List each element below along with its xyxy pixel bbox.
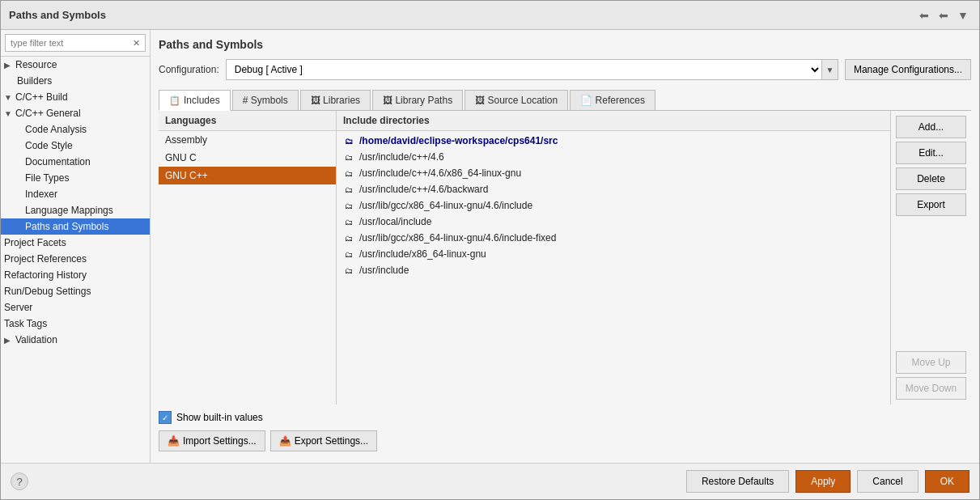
include-path: /usr/include/x86_64-linux-gnu — [359, 248, 486, 260]
move-up-button[interactable]: Move Up — [896, 351, 966, 374]
include-item-8[interactable]: 🗂 /usr/include — [337, 262, 890, 278]
ok-button[interactable]: OK — [925, 470, 969, 493]
config-dropdown[interactable]: Debug [ Active ] — [227, 61, 821, 78]
include-item-2[interactable]: 🗂 /usr/include/c++/4.6/x86_64-linux-gnu — [337, 165, 890, 181]
include-item-4[interactable]: 🗂 /usr/lib/gcc/x86_64-linux-gnu/4.6/incl… — [337, 197, 890, 214]
footer-buttons: Restore Defaults Apply Cancel OK — [686, 470, 969, 493]
export-label: Export Settings... — [295, 435, 368, 447]
sidebar-label: Validation — [15, 334, 57, 345]
add-button[interactable]: Add... — [896, 116, 966, 138]
action-buttons-panel: Add... Edit... Delete Export Move Up Mov… — [890, 111, 971, 405]
sidebar-item-file-types[interactable]: File Types — [1, 170, 150, 186]
dialog-title: Paths and Symbols — [9, 9, 106, 21]
tab-libraries[interactable]: 🖼 Libraries — [300, 90, 371, 110]
cancel-button[interactable]: Cancel — [857, 470, 918, 493]
include-path: /usr/lib/gcc/x86_64-linux-gnu/4.6/includ… — [359, 200, 532, 211]
sidebar-item-paths-symbols[interactable]: Paths and Symbols — [1, 218, 150, 235]
languages-panel: Languages Assembly GNU C GNU C++ — [159, 111, 337, 405]
sidebar-item-code-analysis[interactable]: Code Analysis — [1, 121, 150, 138]
sidebar-label: Code Analysis — [25, 124, 87, 135]
include-path: /home/david/eclipse-workspace/cps641/src — [359, 135, 558, 146]
export-icon: 📤 — [279, 435, 291, 447]
include-path: /usr/include/c++/4.6/backward — [359, 184, 488, 195]
sidebar-item-validation[interactable]: ▶ Validation — [1, 332, 150, 348]
sidebar-label: Code Style — [25, 140, 73, 151]
sidebar-item-code-style[interactable]: Code Style — [1, 138, 150, 154]
folder-icon: 🗂 — [343, 248, 354, 260]
main-content: Paths and Symbols Configuration: Debug [… — [151, 30, 979, 463]
tab-library-paths[interactable]: 🖼 Library Paths — [372, 90, 463, 110]
back-icon[interactable]: ⬅ — [916, 7, 932, 23]
sidebar-item-cpp-general[interactable]: ▼ C/C++ General — [1, 105, 150, 121]
show-builtin-checkbox[interactable]: ✓ — [159, 411, 172, 424]
edit-button[interactable]: Edit... — [896, 142, 966, 164]
delete-button[interactable]: Delete — [896, 167, 966, 190]
page-title: Paths and Symbols — [159, 38, 971, 51]
sidebar-item-cpp-build[interactable]: ▼ C/C++ Build — [1, 89, 150, 105]
sidebar-item-server[interactable]: Server — [1, 299, 150, 316]
sidebar-item-task-tags[interactable]: Task Tags — [1, 316, 150, 332]
lang-item-gnu-cpp[interactable]: GNU C++ — [159, 167, 336, 184]
restore-defaults-button[interactable]: Restore Defaults — [686, 470, 789, 493]
sidebar-item-project-facets[interactable]: Project Facets — [1, 235, 150, 251]
tab-references[interactable]: 📄 References — [570, 90, 655, 110]
tabs-container: 📋 Includes # Symbols 🖼 Libraries 🖼 Libra… — [159, 90, 971, 405]
search-input[interactable] — [11, 38, 133, 48]
titlebar: Paths and Symbols ⬅ ⬅ ▼ — [1, 1, 979, 30]
languages-header: Languages — [159, 111, 336, 131]
show-builtin-row: ✓ Show built-in values — [159, 411, 971, 424]
include-item-5[interactable]: 🗂 /usr/local/include — [337, 214, 890, 230]
tab-symbols[interactable]: # Symbols — [232, 90, 299, 110]
sidebar-label: Project Facets — [4, 237, 66, 248]
sidebar-item-run-debug[interactable]: Run/Debug Settings — [1, 283, 150, 299]
tab-references-label: 📄 References — [580, 95, 645, 106]
export-button[interactable]: Export — [896, 193, 966, 216]
forward-icon[interactable]: ⬅ — [935, 7, 952, 23]
sidebar-label: Language Mappings — [25, 205, 113, 216]
sidebar-label: Documentation — [25, 156, 91, 167]
dialog: Paths and Symbols ⬅ ⬅ ▼ ✕ ▶ Resource B — [0, 0, 980, 500]
sidebar-item-refactoring-history[interactable]: Refactoring History — [1, 267, 150, 283]
tab-library-paths-label: 🖼 Library Paths — [383, 95, 452, 106]
help-icon[interactable]: ? — [11, 472, 28, 490]
include-item-7[interactable]: 🗂 /usr/include/x86_64-linux-gnu — [337, 246, 890, 262]
sidebar-label: Builders — [17, 75, 52, 87]
sidebar-item-indexer[interactable]: Indexer — [1, 186, 150, 202]
arrow-icon: ▼ — [4, 93, 12, 102]
import-icon: 📥 — [168, 435, 180, 447]
tab-source-label: 🖼 Source Location — [475, 95, 558, 106]
clear-filter-icon[interactable]: ✕ — [133, 38, 140, 49]
sidebar-item-language-mappings[interactable]: Language Mappings — [1, 202, 150, 218]
sidebar-item-documentation[interactable]: Documentation — [1, 154, 150, 170]
config-dropdown-arrow[interactable]: ▼ — [821, 60, 838, 79]
sidebar-item-builders[interactable]: Builders — [1, 73, 150, 89]
lang-item-assembly[interactable]: Assembly — [159, 131, 336, 149]
include-path: /usr/include/c++/4.6/x86_64-linux-gnu — [359, 167, 521, 179]
sidebar-label: Run/Debug Settings — [4, 286, 91, 297]
folder-icon: 🗂 — [343, 216, 354, 227]
include-item-0[interactable]: 🗂 /home/david/eclipse-workspace/cps641/s… — [337, 133, 890, 149]
move-down-button[interactable]: Move Down — [896, 377, 966, 400]
sidebar-label: Resource — [15, 59, 57, 70]
include-item-3[interactable]: 🗂 /usr/include/c++/4.6/backward — [337, 181, 890, 197]
import-settings-button[interactable]: 📥 Import Settings... — [159, 430, 265, 451]
tab-bar: 📋 Includes # Symbols 🖼 Libraries 🖼 Libra… — [159, 90, 971, 111]
tab-includes[interactable]: 📋 Includes — [159, 90, 231, 111]
sidebar-label: Task Tags — [4, 318, 47, 329]
includes-header: Include directories — [337, 111, 890, 131]
dialog-footer: ? Restore Defaults Apply Cancel OK — [1, 463, 979, 499]
sidebar-item-resource[interactable]: ▶ Resource — [1, 57, 150, 73]
menu-icon[interactable]: ▼ — [955, 7, 971, 23]
include-item-6[interactable]: 🗂 /usr/lib/gcc/x86_64-linux-gnu/4.6/incl… — [337, 230, 890, 246]
apply-button[interactable]: Apply — [795, 470, 851, 493]
arrow-icon: ▶ — [4, 336, 12, 345]
export-settings-button[interactable]: 📤 Export Settings... — [270, 430, 377, 451]
lang-label: Assembly — [165, 134, 207, 146]
folder-icon: 🗂 — [343, 167, 354, 179]
bottom-area: ✓ Show built-in values 📥 Import Settings… — [159, 405, 971, 455]
tab-source-location[interactable]: 🖼 Source Location — [465, 90, 568, 110]
manage-configurations-button[interactable]: Manage Configurations... — [845, 59, 971, 80]
sidebar-item-project-references[interactable]: Project References — [1, 251, 150, 267]
include-item-1[interactable]: 🗂 /usr/include/c++/4.6 — [337, 149, 890, 165]
lang-item-gnu-c[interactable]: GNU C — [159, 149, 336, 167]
